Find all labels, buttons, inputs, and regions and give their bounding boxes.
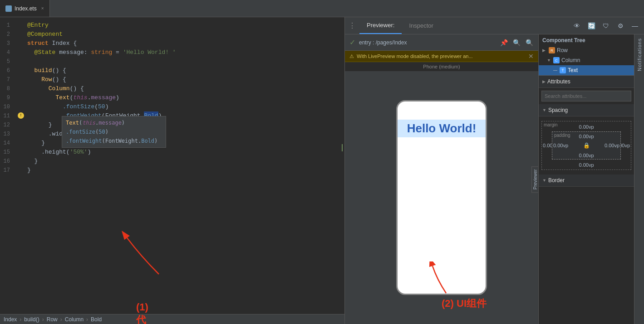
attributes-content [539, 88, 634, 104]
status-index: Index [4, 316, 17, 323]
file-tab[interactable]: Index.ets × [0, 0, 50, 17]
padding-top-value: 0.00vp [579, 134, 594, 139]
code-line-17: } [25, 166, 344, 175]
right-area: ⋮ Previewer: Inspector 👁 🔄 🛡 ⚙ — [345, 17, 644, 324]
phone-frame: Hello World! [396, 100, 487, 295]
border-section-header[interactable]: ▼ Border [539, 174, 634, 187]
previewer-side-label[interactable]: Previewer [531, 166, 539, 192]
line-num-2: 2 [0, 30, 13, 39]
attributes-section-header[interactable]: ▶ Attributes [539, 76, 634, 88]
status-bar: Index › build() › Row › Column › Bold [0, 314, 344, 324]
tree-item-text[interactable]: — T Text [539, 65, 634, 75]
warning-text: With LivePreview mode disabled, the prev… [357, 53, 473, 59]
zoom-out-icon[interactable]: 🔍 [512, 38, 521, 47]
refresh-icon[interactable]: 🔄 [586, 20, 597, 31]
code-editor-panel: 1 2 3 4 5 6 7 8 9 10 11 12 13 14 15 16 1… [0, 17, 345, 324]
status-build: build() [24, 316, 39, 323]
code-line-9: Text ( this . message ) [25, 93, 344, 102]
line-num-11: 11 [0, 111, 13, 121]
tab-inspector[interactable]: Inspector [402, 17, 440, 34]
code-line-10: .fontSize(50) [25, 102, 344, 111]
previewer-content: Hello World! (2) UI组件 [345, 71, 538, 324]
text-component-icon: T [560, 67, 566, 73]
code-area: 1 2 3 4 5 6 7 8 9 10 11 12 13 14 15 16 1… [0, 17, 344, 314]
code-right-indicator [342, 144, 343, 151]
tree-item-row[interactable]: ▶ R Row [539, 45, 634, 55]
line-num-17: 17 [0, 166, 13, 175]
tooltip-line-2: .fontSize(50) [66, 127, 162, 136]
check-icon: ✓ [349, 38, 355, 47]
content-row: ✓ entry : /pages/Index 📌 🔍 🔍 ⚠ With Live… [345, 34, 644, 324]
eye-icon[interactable]: 👁 [571, 20, 582, 31]
device-label: Phone (medium) [345, 62, 538, 71]
settings-icon[interactable]: ⚙ [615, 20, 626, 31]
line-num-9: 9 [0, 93, 13, 102]
tab-label: Index.ets [15, 5, 37, 12]
status-bold: Bold [91, 316, 102, 323]
spacing-arrow: ▼ [542, 108, 546, 112]
code-tooltip: Text(this.message) .fontSize(50) .fontWe… [62, 116, 166, 148]
tab-close-button[interactable]: × [41, 6, 44, 11]
tooltip-line-3: .fontWeight(FontWeight.Bold) [66, 136, 162, 145]
tree-item-column[interactable]: ▼ C Column [539, 55, 634, 65]
previewer-toolbar: ✓ entry : /pages/Index 📌 🔍 🔍 [345, 34, 538, 51]
line-num-10: 10 [0, 102, 13, 111]
line-num-6: 6 [0, 66, 13, 75]
main-panels: 1 2 3 4 5 6 7 8 9 10 11 12 13 14 15 16 1… [0, 17, 644, 324]
line-num-14: 14 [0, 139, 13, 148]
line-num-5: 5 [0, 57, 13, 66]
tree-label-row: Row [557, 47, 568, 53]
attributes-arrow: ▶ [542, 79, 546, 84]
code-line-3: struct Index { [25, 39, 344, 48]
gutter-warning-icon: ! [18, 112, 24, 119]
line-num-16: 16 [0, 157, 13, 166]
code-line-16: } [25, 157, 344, 166]
margin-box: margin 0.00vp 0.00vp 0.00vp 0.00vp paddi… [541, 121, 631, 170]
code-line-7: Row() { [25, 75, 344, 84]
line-num-12: 12 [0, 121, 13, 130]
annotation2-label: (2) UI组件 [442, 297, 487, 310]
tree-text-arrow: — [553, 68, 558, 73]
line-num-13: 13 [0, 130, 13, 139]
attributes-search-input[interactable] [541, 91, 631, 102]
toolbar-icons: 📌 🔍 🔍 [499, 38, 534, 47]
code-line-2: @Component [25, 30, 344, 39]
zoom-in-icon[interactable]: 🔍 [525, 38, 534, 47]
inspector-body[interactable]: ▶ Attributes ▼ Spacing margin [539, 76, 634, 324]
minimize-icon[interactable]: — [629, 20, 640, 31]
column-component-icon: C [553, 57, 560, 63]
spacing-section-header[interactable]: ▼ Spacing [539, 104, 634, 116]
file-icon [5, 5, 12, 12]
margin-label: margin [544, 122, 558, 127]
code-line-4: @State message: string = 'Hello World! ' [25, 48, 344, 57]
tree-label-text: Text [568, 67, 578, 73]
hello-world-display: Hello World! [398, 120, 486, 137]
previewer-path: entry : /pages/Index [359, 39, 496, 46]
status-column: Column [65, 316, 84, 323]
warning-icon: ⚠ [349, 53, 354, 59]
padding-bottom-value: 0.00vp [579, 153, 594, 158]
padding-left-value: 0.00vp [553, 143, 568, 148]
code-line-6: build() { [25, 66, 344, 75]
line-num-15: 15 [0, 148, 13, 157]
tooltip-line-1: Text(this.message) [66, 118, 162, 127]
row-component-icon: R [549, 47, 555, 53]
warning-bar: ⚠ With LivePreview mode disabled, the pr… [345, 51, 538, 62]
tab-previewer[interactable]: Previewer: [359, 17, 402, 34]
previewer-zone: ✓ entry : /pages/Index 📌 🔍 🔍 ⚠ With Live… [345, 34, 539, 324]
component-tree-section: Component Tree ▶ R Row ▼ C C [539, 34, 634, 75]
padding-label: padding [554, 133, 570, 138]
code-line-1: @Entry [25, 21, 344, 30]
code-gutter: ! [16, 17, 25, 314]
top-header: ⋮ Previewer: Inspector 👁 🔄 🛡 ⚙ — [345, 17, 644, 34]
shield-icon[interactable]: 🛡 [600, 20, 611, 31]
line-num-4: 4 [0, 48, 13, 57]
header-right-icons: 👁 🔄 🛡 ⚙ — [571, 20, 644, 31]
code-content[interactable]: @Entry @Component struct Index { @State … [25, 17, 344, 314]
code-line-8: Column() { [25, 84, 344, 93]
pin-icon[interactable]: 📌 [499, 38, 508, 47]
tree-expand-arrow: ▶ [542, 48, 547, 53]
warning-close-button[interactable]: ✕ [528, 53, 534, 60]
three-dots-menu[interactable]: ⋮ [345, 21, 359, 30]
attributes-label: Attributes [547, 78, 570, 85]
